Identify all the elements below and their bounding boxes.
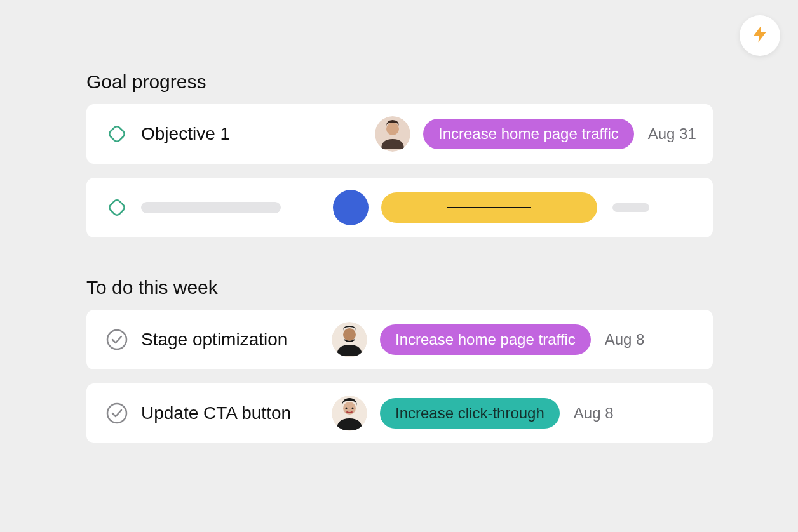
goal-row-placeholder[interactable]	[86, 178, 713, 237]
avatar[interactable]	[375, 116, 410, 152]
avatar[interactable]	[332, 396, 367, 431]
section-title-goal-progress: Goal progress	[86, 71, 713, 93]
svg-rect-0	[108, 125, 126, 143]
svg-point-6	[343, 328, 356, 341]
task-date: Aug 8	[605, 331, 645, 349]
task-tag[interactable]: Increase click-through	[380, 398, 560, 429]
goal-row[interactable]: Objective 1 Increase home page traffic A…	[86, 104, 713, 164]
placeholder-title	[141, 202, 281, 213]
check-circle-icon[interactable]	[104, 401, 130, 426]
task-date: Aug 8	[574, 404, 614, 422]
goal-date: Aug 31	[648, 125, 696, 143]
svg-rect-3	[108, 199, 126, 216]
section-title-todo: To do this week	[86, 277, 713, 298]
svg-point-10	[346, 408, 348, 409]
task-title: Update CTA button	[141, 403, 332, 423]
check-circle-icon[interactable]	[104, 327, 130, 352]
placeholder-avatar	[333, 190, 369, 225]
avatar[interactable]	[332, 322, 367, 357]
task-row[interactable]: Update CTA button Increase click-through…	[86, 383, 713, 443]
task-row[interactable]: Stage optimization Increase home page tr…	[86, 310, 713, 369]
placeholder-date	[612, 203, 649, 212]
goal-diamond-icon	[104, 121, 130, 147]
goal-diamond-icon	[104, 195, 130, 220]
lightning-icon	[750, 25, 769, 46]
goal-title: Objective 1	[141, 124, 332, 144]
dashboard-content: Goal progress Objective 1 Increase home …	[0, 0, 798, 443]
placeholder-tag	[381, 192, 597, 223]
svg-point-7	[107, 404, 126, 423]
task-title: Stage optimization	[141, 329, 332, 350]
svg-point-11	[352, 408, 354, 409]
task-tag[interactable]: Increase home page traffic	[380, 324, 591, 355]
goal-tag[interactable]: Increase home page traffic	[423, 119, 634, 149]
lightning-fab-button[interactable]	[740, 15, 780, 56]
svg-point-2	[386, 123, 399, 135]
svg-point-4	[107, 330, 126, 349]
